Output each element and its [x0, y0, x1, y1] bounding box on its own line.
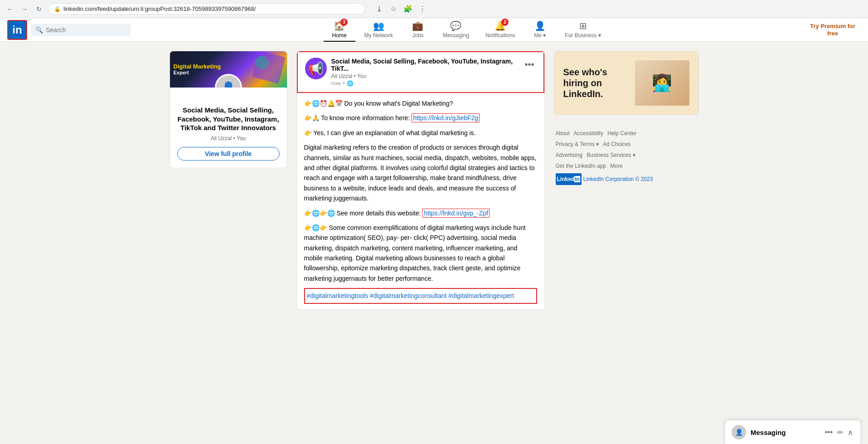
post-line1: 👉🌐⏰🔔📅 Do you know what's Digital Marketi…	[304, 98, 537, 108]
footer-get-app[interactable]: Get the LinkedIn app	[556, 163, 606, 169]
post-card: 📢 Social Media, Social Selling, Facebook…	[296, 51, 545, 310]
browser-chrome: ← → ↻ 🔒 linkedin.com/feed/update/urn:li:…	[0, 0, 868, 18]
share-button[interactable]: ⤓	[373, 3, 385, 15]
lock-icon: 🔒	[54, 6, 61, 12]
business-label: For Business ▾	[565, 32, 601, 39]
nav-jobs[interactable]: 💼 Jobs	[402, 18, 434, 42]
messaging-label: Messaging	[443, 32, 469, 39]
ad-banner: See who's hiring on LinkedIn. 👩‍💻	[554, 51, 698, 115]
post-author-sub: Ali Uzzal • You	[331, 73, 519, 79]
home-icon: 🏠 3	[334, 20, 345, 31]
browser-actions: ⤓ ☆ 🧩 ⋮	[373, 3, 429, 15]
ad-card: See who's hiring on LinkedIn. 👩‍💻	[554, 51, 699, 115]
footer-privacy[interactable]: Privacy & Terms ▾	[556, 141, 599, 147]
footer-copyright: LinkedIn Corporation © 2023	[583, 174, 653, 185]
nav-network[interactable]: 👥 My Network	[357, 18, 400, 42]
nav-business[interactable]: ⊞ For Business ▾	[558, 18, 608, 42]
footer-accessibility[interactable]: Accessibility	[574, 130, 603, 137]
messaging-icon: 💬	[450, 20, 461, 31]
footer-business[interactable]: Business Services ▾	[587, 152, 635, 158]
footer-links: About Accessibility Help Center Privacy …	[554, 122, 699, 190]
post-line4: 👉🌐👉🌐 See more details this website: http…	[304, 208, 537, 218]
linkedin-logo[interactable]: in	[7, 20, 27, 40]
footer-more[interactable]: More	[610, 163, 622, 169]
try-premium-link[interactable]: Try Premium for free	[805, 23, 861, 37]
nav-me[interactable]: 👤 Me ▾	[524, 18, 556, 42]
network-label: My Network	[364, 32, 393, 39]
nav-notifications[interactable]: 🔔 2 Notifications	[478, 18, 522, 42]
url-text: linkedin.com/feed/update/urn:li:groupPos…	[63, 5, 256, 12]
notifications-label: Notifications	[485, 32, 515, 39]
profile-card: Digital Marketing Expert 👤 Social Media,…	[170, 51, 287, 168]
home-badge: 3	[340, 19, 348, 26]
post-body: 👉🌐⏰🔔📅 Do you know what's Digital Marketi…	[297, 93, 544, 309]
post-author-name: Social Media, Social Selling, Facebook, …	[331, 58, 519, 72]
search-icon: 🔍	[35, 26, 43, 34]
jobs-icon: 💼	[412, 20, 423, 31]
footer-help[interactable]: Help Center	[607, 130, 636, 137]
nav-home[interactable]: 🏠 3 Home	[324, 18, 355, 42]
profile-meta: Ali Uzzal • You	[177, 135, 280, 141]
banner-text: Digital Marketing Expert	[174, 63, 221, 76]
notifications-icon: 🔔 2	[495, 20, 506, 31]
post-more-button[interactable]: •••	[523, 58, 536, 72]
globe-icon: 🌐	[347, 80, 354, 87]
forward-button[interactable]: →	[19, 4, 30, 15]
address-bar[interactable]: 🔒 linkedin.com/feed/update/urn:li:groupP…	[48, 3, 365, 15]
post-paragraph: Digital marketing refers to the creation…	[304, 142, 537, 203]
extensions-button[interactable]: 🧩	[402, 3, 414, 15]
nav-center: 🏠 3 Home 👥 My Network 💼 Jobs 💬 Messaging…	[324, 18, 608, 42]
post-line2: 👉🙏 To know more information here: https:…	[304, 113, 537, 123]
me-label: Me ▾	[534, 32, 546, 39]
bookmark-button[interactable]: ☆	[387, 3, 400, 15]
ad-text: See who's hiring on LinkedIn.	[563, 67, 630, 99]
back-button[interactable]: ←	[5, 4, 15, 15]
post-line3: 👉 Yes, I can give an explanation of what…	[304, 128, 537, 138]
post-link1[interactable]: https://lnkd.in/gJiebF2g	[412, 113, 480, 122]
footer-about[interactable]: About	[556, 130, 570, 137]
right-sidebar: See who's hiring on LinkedIn. 👩‍💻 About …	[554, 51, 699, 310]
main-feed: 📢 Social Media, Social Selling, Facebook…	[296, 51, 545, 310]
profile-name: Social Media, Social Selling, Facebook, …	[177, 106, 280, 132]
jobs-label: Jobs	[412, 32, 423, 39]
nav-right: Try Premium for free	[805, 23, 861, 37]
me-icon: 👤	[534, 20, 546, 31]
network-icon: 👥	[373, 20, 384, 31]
logo-text: in	[12, 24, 22, 36]
linkedin-navbar: in 🔍 🏠 3 Home 👥 My Network 💼 Jobs 💬 Mess…	[0, 18, 868, 42]
footer-brand: Linkedin LinkedIn Corporation © 2023	[556, 173, 697, 185]
search-box[interactable]: 🔍	[31, 24, 131, 36]
footer-advertising[interactable]: Advertising	[556, 152, 582, 158]
nav-messaging[interactable]: 💬 Messaging	[436, 18, 476, 42]
footer-ad-choices[interactable]: Ad Choices	[603, 141, 630, 147]
profile-banner: Digital Marketing Expert 👤	[170, 51, 287, 88]
notifications-badge: 2	[501, 19, 509, 26]
post-author-info: Social Media, Social Selling, Facebook, …	[331, 58, 519, 87]
ad-headline: See who's hiring on LinkedIn.	[563, 67, 630, 99]
post-header: 📢 Social Media, Social Selling, Facebook…	[297, 51, 544, 93]
view-profile-button[interactable]: View full profile	[177, 147, 280, 161]
post-hashtags[interactable]: #digitalmarketingtools #digitalmarketing…	[304, 288, 537, 303]
search-input[interactable]	[46, 26, 126, 34]
business-icon: ⊞	[579, 20, 587, 31]
linkedin-footer-logo: Linkedin	[556, 173, 582, 185]
main-layout: Digital Marketing Expert 👤 Social Media,…	[162, 42, 706, 319]
post-author-avatar: 📢	[305, 58, 327, 79]
left-sidebar: Digital Marketing Expert 👤 Social Media,…	[170, 51, 287, 310]
post-time: now • 🌐	[331, 80, 519, 87]
profile-info: Social Media, Social Selling, Facebook, …	[170, 88, 287, 168]
ad-image: 👩‍💻	[635, 60, 689, 106]
refresh-button[interactable]: ↻	[34, 4, 44, 15]
profile-avatar: 👤	[215, 74, 242, 88]
post-line5: 👉🌐👉 Some common exemplifications of digi…	[304, 223, 537, 283]
menu-button[interactable]: ⋮	[416, 3, 429, 15]
home-label: Home	[332, 32, 347, 39]
post-link2[interactable]: https://lnkd.in/gvp_-Zpf	[422, 209, 490, 218]
